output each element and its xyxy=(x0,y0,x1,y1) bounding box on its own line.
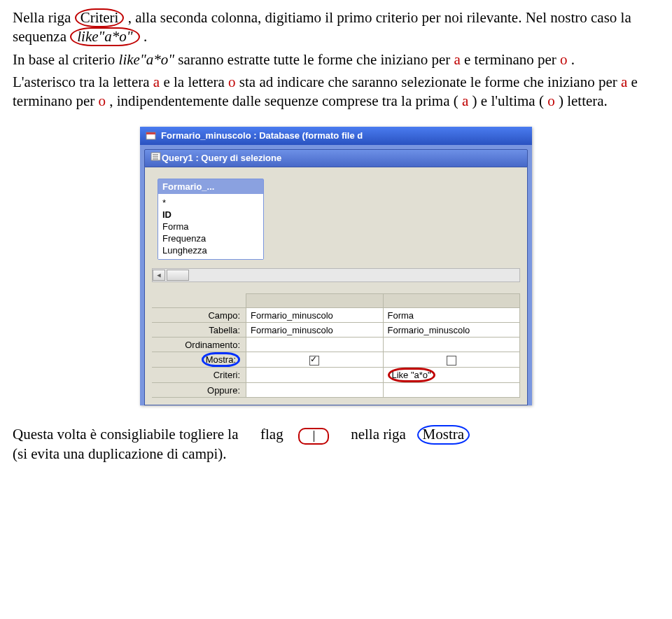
cell-oppure-2[interactable] xyxy=(383,383,520,398)
col2-selector[interactable] xyxy=(383,293,520,308)
p3-o: o xyxy=(228,74,236,90)
paragraph-2: In base al criterio like"a*o" saranno es… xyxy=(13,50,659,69)
svg-rect-1 xyxy=(146,132,155,134)
database-icon xyxy=(146,131,157,141)
p2-a: a xyxy=(454,51,460,68)
scroll-left-icon[interactable]: ◄ xyxy=(153,270,165,281)
cell-mostra-1[interactable] xyxy=(246,352,384,368)
p3-t3: sta ad indicare che saranno selezionate … xyxy=(239,74,621,90)
col1-selector[interactable] xyxy=(246,293,384,308)
p2-like: like"a*o" xyxy=(119,51,174,68)
paragraph-3: L'asterisco tra la lettera a e la letter… xyxy=(13,73,659,110)
p3-o3: o xyxy=(547,92,555,109)
p2-t1: In base al criterio xyxy=(13,51,119,68)
p3-t2: e la lettera xyxy=(163,74,228,90)
checkbox-icon[interactable] xyxy=(447,356,456,366)
scroll-thumb[interactable] xyxy=(167,270,189,281)
field-lunghezza[interactable]: Lunghezza xyxy=(162,244,259,256)
row-label-mostra: Mostra: xyxy=(152,352,246,368)
like-highlight: like"a*o" xyxy=(70,27,139,46)
p1-t1: Nella riga xyxy=(13,9,75,26)
row-label-criteri: Criteri: xyxy=(152,368,246,383)
p3-a2: a xyxy=(621,74,627,90)
flag-icon xyxy=(298,428,329,445)
p2-t3: e terminano per xyxy=(464,51,560,68)
criteri-highlight: Criteri xyxy=(75,8,125,27)
query-window-titlebar[interactable]: Query1 : Query di selezione xyxy=(144,149,528,167)
row-label-campo: Campo: xyxy=(152,308,246,323)
query-design-grid: Campo: Formario_minuscolo Forma Tabella:… xyxy=(152,293,520,398)
field-forma[interactable]: Forma xyxy=(162,221,259,232)
field-id[interactable]: ID xyxy=(162,209,259,221)
p3-a3: a xyxy=(462,92,468,109)
p3-t5: , indipendentemente dalle sequenze compr… xyxy=(109,92,458,109)
cell-mostra-2[interactable] xyxy=(383,352,520,368)
p3-o2: o xyxy=(98,92,106,109)
p4-t1: Questa volta è consigliabile togliere la xyxy=(13,426,238,443)
field-frequenza[interactable]: Frequenza xyxy=(162,232,259,244)
p2-o: o xyxy=(560,51,568,68)
cell-tabella-1[interactable]: Formario_minuscolo xyxy=(246,323,384,338)
cell-campo-1[interactable]: Formario_minuscolo xyxy=(246,308,384,323)
table-field-list[interactable]: Formario_... * ID Forma Frequenza Lunghe… xyxy=(158,179,264,260)
cell-ord-2[interactable] xyxy=(383,338,520,352)
checkbox-icon[interactable] xyxy=(309,356,319,366)
access-screenshot: Formario_minuscolo : Database (formato f… xyxy=(140,127,532,406)
query-icon xyxy=(150,152,162,164)
p3-t7: ) lettera. xyxy=(559,92,608,109)
row-label-tabella: Tabella: xyxy=(152,323,246,338)
p4-t3: (si evita una duplicazione di campi). xyxy=(13,445,227,462)
cell-criteri-2[interactable]: Like "a*o" xyxy=(383,368,520,383)
mostra-highlight: Mostra xyxy=(417,425,470,444)
cell-ord-1[interactable] xyxy=(246,338,384,352)
pane-hscroll[interactable]: ◄ xyxy=(152,268,520,282)
table-head: Formario_... xyxy=(158,179,263,194)
cell-campo-2[interactable]: Forma xyxy=(383,308,520,323)
query-title: Query1 : Query di selezione xyxy=(162,153,281,163)
cell-criteri-1[interactable] xyxy=(246,368,384,383)
row-label-ordinamento: Ordinamento: xyxy=(152,338,246,352)
cell-tabella-2[interactable]: Formario_minuscolo xyxy=(383,323,520,338)
cell-oppure-1[interactable] xyxy=(246,383,384,398)
p1-t3: . xyxy=(144,28,147,45)
p4-flag: flag xyxy=(260,426,284,443)
db-window-titlebar[interactable]: Formario_minuscolo : Database (formato f… xyxy=(140,127,532,145)
row-label-oppure: Oppure: xyxy=(152,383,246,398)
p4-t2: nella riga xyxy=(351,426,406,443)
db-title: Formario_minuscolo : Database (formato f… xyxy=(161,130,363,141)
p2-t4: . xyxy=(571,51,575,68)
p3-t6: ) e l'ultima ( xyxy=(472,92,544,109)
paragraph-4: Questa volta è consigliabile togliere la… xyxy=(13,425,659,462)
p3-t1: L'asterisco tra la lettera xyxy=(13,74,153,90)
field-star[interactable]: * xyxy=(162,197,259,209)
p2-t2: saranno estratte tutte le forme che iniz… xyxy=(178,51,454,68)
p3-a: a xyxy=(153,74,160,90)
paragraph-1: Nella riga Criteri , alla seconda colonn… xyxy=(13,8,659,46)
